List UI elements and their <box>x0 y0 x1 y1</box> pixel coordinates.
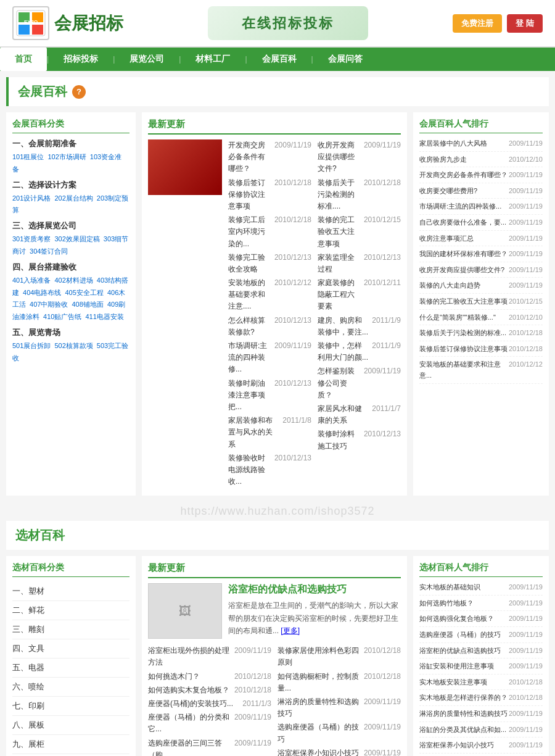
cat-link-304[interactable]: 304签订合同 <box>30 247 68 255</box>
register-button[interactable]: 免费注册 <box>453 14 502 33</box>
rank-link[interactable]: 收房验房九步走 <box>419 154 509 165</box>
logo-text: 会展招标 <box>54 12 123 35</box>
xc-cat-item[interactable]: 三、雕刻 <box>12 620 130 639</box>
article-link[interactable]: 装修家居使用涂料色彩四原则 <box>278 645 361 668</box>
rank-link[interactable]: 装修的完工验收五大注意事项 <box>419 296 509 307</box>
rank-link[interactable]: 浴缸的分类及其优缺点和如... <box>419 725 509 736</box>
rank-link[interactable]: 如何选购强化复合地板？ <box>419 613 509 625</box>
cat-link-404[interactable]: 404电路布线 <box>23 289 61 296</box>
rank-link[interactable]: 浴缸安装和使用注意事项 <box>419 661 509 672</box>
nav-item-company[interactable]: 展览公司 <box>115 48 179 71</box>
rank-link[interactable]: 什么是"简装房""精装修..." <box>419 312 509 323</box>
nav-item-baike[interactable]: 会展百科 <box>247 48 311 71</box>
rank-item: 装修的八大走向趋势2009/11/19 <box>419 280 543 294</box>
article-link[interactable]: 怎样鉴别装修公司资质？ <box>318 365 361 401</box>
nav-item-factory[interactable]: 材料工厂 <box>181 48 245 71</box>
rank-link[interactable]: 装修后关于污染检测的标准... <box>419 328 509 339</box>
article-link[interactable]: 安装地板的基础要求和注意.... <box>228 277 271 313</box>
article-link[interactable]: 座便器（马桶）的分类和它... <box>148 712 231 735</box>
xc-cat-item[interactable]: 一、塑材 <box>12 582 130 601</box>
cat-link-401[interactable]: 401入场准备 <box>12 276 51 284</box>
cat-link-502[interactable]: 502核算款项 <box>54 342 92 349</box>
article-link[interactable]: 选购座便器（马桶）的技巧 <box>278 721 361 745</box>
cat-link-411[interactable]: 411电器安装 <box>85 313 123 320</box>
article-link[interactable]: 座便器(马桶)的安装技巧... <box>148 698 233 710</box>
cat-link-402[interactable]: 402材料进场 <box>54 276 92 284</box>
article-link[interactable]: 装修时涂料施工技巧 <box>318 428 361 452</box>
article-link[interactable]: 开发商交房必备条件有哪些？ <box>228 139 271 175</box>
cat-link-302[interactable]: 302效果固定稿 <box>54 235 99 243</box>
xc-more-link[interactable]: [更多] <box>281 626 300 635</box>
rank-link[interactable]: 收房开发商应提供哪些文件? <box>419 265 509 276</box>
article-link[interactable]: 浴室柜保养小知识小技巧 <box>278 747 359 756</box>
rank-link[interactable]: 装修的八大走向趋势 <box>419 280 509 291</box>
nav-item-qa[interactable]: 会展问答 <box>313 48 377 71</box>
cat-link-202[interactable]: 202展台结构 <box>54 194 92 202</box>
article-link[interactable]: 装修时刷油漆注意事项 把... <box>228 378 271 413</box>
rank-link[interactable]: 选购座便器（马桶）的技巧 <box>419 629 509 641</box>
rank-link[interactable]: 自己收房要做什么准备，要... <box>419 217 509 228</box>
article-link[interactable]: 淋浴房的质量特性和选购技巧 <box>278 696 361 720</box>
logo-icon: EXPO <box>12 6 49 40</box>
rank-link[interactable]: 淋浴房的质量特性和选购技巧 <box>419 708 509 720</box>
article-link[interactable]: 装修验收时电源线路验收... <box>228 452 271 488</box>
rank-link[interactable]: 装修后签订保修协议注意事项 <box>419 344 509 355</box>
article-link[interactable]: 建房、购房和装修中，要注... <box>318 315 369 338</box>
cat-link-407[interactable]: 407中期验收 <box>30 301 68 308</box>
baike-left-header: 会展百科分类 <box>12 118 130 133</box>
rank-item: 如何选购竹地板？2009/11/19 <box>419 598 543 612</box>
xc-cat-item[interactable]: 七、印刷 <box>12 697 130 716</box>
article-link[interactable]: 怎么样核算装修款? <box>228 315 271 338</box>
rank-link[interactable]: 如何选购竹地板？ <box>419 598 509 609</box>
article-link[interactable]: 家居装修和布置与风水的关系 <box>228 415 279 451</box>
nav-item-bidding[interactable]: 招标投标 <box>49 48 113 71</box>
rank-link[interactable]: 市场调研:主流的四种装修... <box>419 201 509 212</box>
article-link[interactable]: 装修完工后室内环境污染的... <box>228 214 271 250</box>
cat-link-301[interactable]: 301资质考察 <box>12 235 51 243</box>
rank-link[interactable]: 实木地板的基础知识 <box>419 582 509 593</box>
xc-cat-item[interactable]: 九、展柜 <box>12 735 130 754</box>
xc-cat-item[interactable]: 五、电器 <box>12 658 130 678</box>
xc-cat-item[interactable]: 八、展板 <box>12 716 130 735</box>
article-link[interactable]: 装修完工验收全攻略 <box>228 252 271 275</box>
cat-link-501[interactable]: 501展台拆卸 <box>12 342 51 349</box>
article-link[interactable]: 如何挑选木门？ <box>148 671 200 683</box>
article-link[interactable]: 装修后关于污染检测的标准.... <box>318 177 361 213</box>
rank-link[interactable]: 收房注意事项汇总 <box>419 233 509 244</box>
xc-cat-item[interactable]: 四、文具 <box>12 639 130 658</box>
cat-link-405[interactable]: 405安全工程 <box>65 289 103 296</box>
rank-link[interactable]: 安装地板的基础要求和注意意... <box>419 359 509 381</box>
article-link[interactable]: 装修的完工验收五大注意事项 <box>318 214 361 250</box>
cat-link-102[interactable]: 102市场调研 <box>47 153 86 160</box>
article-link[interactable]: 家居风水和健康的关系 <box>318 403 369 426</box>
rank-link[interactable]: 家居装修中的八大风格 <box>419 138 509 149</box>
nav-item-home[interactable]: 首页 <box>0 48 47 71</box>
article-item: 如何挑选木门？2010/12/18 <box>148 671 271 683</box>
xc-cat-item[interactable]: 二、鲜花 <box>12 601 130 620</box>
rank-link[interactable]: 实木地板是怎样进行保养的？ <box>419 692 509 704</box>
article-item: 怎么样核算装修款?2010/12/13 <box>228 315 311 338</box>
article-link[interactable]: 收房开发商应提供哪些文件? <box>318 139 361 175</box>
cat-link-201[interactable]: 201设计风格 <box>12 194 51 202</box>
article-link[interactable]: 装修后签订保修协议注意事项 <box>228 177 271 213</box>
article-link[interactable]: 市场调研:主流的四种装修... <box>228 340 271 376</box>
article-link[interactable]: 家装监理全过程 <box>318 252 361 275</box>
rank-link[interactable]: 我国的建材环保标准有哪些？ <box>419 249 509 260</box>
article-link[interactable]: 浴室柜出现外伤损的处理方法 <box>148 645 231 668</box>
article-link[interactable]: 选购座便器的三间三答（购... <box>148 737 231 756</box>
xc-cat-item[interactable]: 六、喷绘 <box>12 678 130 697</box>
rank-link[interactable]: 浴室柜保养小知识小技巧 <box>419 740 509 751</box>
login-button[interactable]: 登 陆 <box>507 14 543 33</box>
article-item: 安装地板的基础要求和注意....2010/12/12 <box>228 277 311 313</box>
rank-link[interactable]: 开发商交房必备条件有哪些？ <box>419 170 509 181</box>
article-link[interactable]: 如何选购橱柜时，控制质量... <box>278 671 361 694</box>
article-link[interactable]: 如何选购实木复合地板？ <box>148 684 229 696</box>
rank-link[interactable]: 浴室柜的优缺点和选购技巧 <box>419 646 509 657</box>
cat-link-101[interactable]: 101租展位 <box>12 153 44 160</box>
cat-link-410[interactable]: 410贴广告纸 <box>43 313 81 320</box>
rank-link[interactable]: 实木地板安装注意事项 <box>419 677 509 688</box>
article-link[interactable]: 家庭装修的隐蔽工程六要素 <box>318 277 361 313</box>
rank-link[interactable]: 收房要交哪些费用? <box>419 186 509 197</box>
cat-link-408[interactable]: 408铺地面 <box>72 301 103 308</box>
article-link[interactable]: 装修中，怎样利用大门的颜... <box>318 340 369 363</box>
